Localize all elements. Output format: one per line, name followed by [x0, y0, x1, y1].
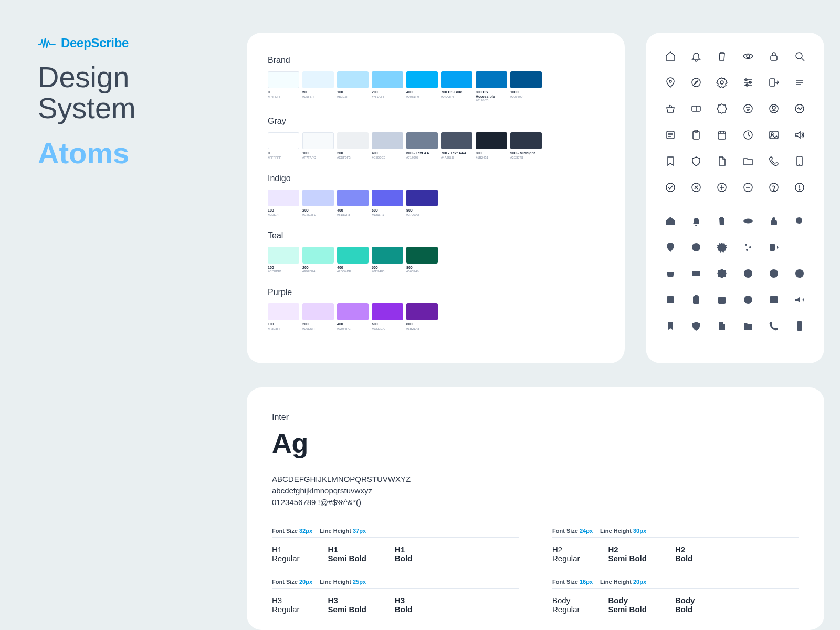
svg-rect-40 [770, 244, 775, 251]
basket-icon [665, 268, 676, 279]
image-icon [768, 294, 780, 306]
svg-rect-48 [695, 295, 698, 297]
logout-icon [768, 242, 780, 253]
swatch-hex: #C084FC [337, 327, 369, 330]
type-spec-row: Font Size 16pxLine Height 20px [552, 579, 799, 585]
swatch-label: 400 [337, 322, 369, 327]
settings-icon [716, 77, 728, 88]
swatch-label: 50 [302, 90, 334, 94]
swatch-hex: #C7D2FE [302, 213, 334, 216]
alphabet-sample: ABCDEFGHIJKLMNOPQRSTUVWXYZ abcdefghijklm… [272, 474, 799, 508]
svg-point-28 [773, 190, 774, 191]
swatch-label: 200 [302, 322, 334, 327]
swatch-hex: #0176C0 [476, 99, 507, 102]
swatch-hex: #2DD4BF [337, 270, 369, 273]
swatch-label: 600 [372, 266, 403, 270]
swatch-chip [268, 303, 299, 320]
swatch-chip [406, 247, 438, 264]
search-icon [794, 50, 805, 62]
swatch-chip [406, 71, 438, 88]
color-swatch: 900 - Midnight#2D3748 [510, 132, 542, 159]
color-section-brand: Brand0#F4FDFF50#E5F5FF100#B3E5FF200#7FD3… [268, 56, 604, 102]
font-sample: Ag [272, 427, 799, 459]
swatch-hex: #C6D0E0 [372, 156, 403, 159]
swatch-label: 100 [268, 208, 299, 213]
svg-rect-49 [718, 297, 726, 304]
font-family-label: Inter [272, 413, 799, 422]
trash-icon [716, 50, 728, 62]
swatch-label: 0 [268, 151, 299, 155]
compass-icon [690, 77, 702, 88]
color-section-title: Indigo [268, 174, 604, 183]
swatch-chip [441, 71, 472, 88]
type-weight-sample: BodyRegular [552, 596, 580, 614]
svg-point-4 [692, 78, 700, 87]
swatch-chip [406, 303, 438, 320]
sliders-icon [742, 77, 754, 88]
menu-icon [794, 77, 805, 88]
brand-wordmark: DeepScribe [61, 36, 129, 50]
bookmark-icon [665, 320, 676, 332]
color-swatch: 700 - Text AAA#4A5568 [441, 132, 472, 159]
user-circle-icon [768, 268, 780, 279]
typography-card: Inter Ag ABCDEFGHIJKLMNOPQRSTUVWXYZ abcd… [247, 387, 824, 630]
swatch-label: 100 [268, 322, 299, 327]
svg-rect-1 [771, 56, 777, 60]
header-block: DeepScribe DesignSystem Atoms [38, 36, 136, 168]
swatch-hex: #00B1F9 [406, 95, 438, 98]
x-circle-icon [690, 182, 702, 193]
eye-icon [742, 215, 754, 227]
type-weights-row: H3RegularH3Semi BoldH3Bold [272, 596, 519, 614]
basket-icon [665, 103, 676, 114]
swatch-hex: #4A5568 [441, 156, 472, 159]
color-swatch: 400#C084FC [337, 303, 369, 330]
svg-rect-9 [770, 79, 775, 86]
logout-icon [768, 77, 780, 88]
swatch-chip [510, 71, 542, 88]
volume-icon [794, 129, 805, 141]
color-swatch: 400#C6D0E0 [372, 132, 403, 159]
smartphone-icon [794, 320, 805, 332]
swatch-label: 200 [302, 266, 334, 270]
color-swatch: 600#9333EA [372, 303, 403, 330]
swatch-chip [476, 71, 507, 88]
color-section-title: Brand [268, 56, 604, 65]
color-swatch: 200#7FD3FF [372, 71, 403, 102]
color-swatch: 400#2DD4BF [337, 247, 369, 274]
swatch-hex: #005490 [510, 95, 542, 98]
ticket-icon [690, 268, 702, 279]
swatch-chip [337, 190, 369, 206]
type-weight-sample: H2Bold [675, 545, 692, 563]
pin-icon [665, 242, 676, 253]
folder-icon [742, 155, 754, 167]
svg-point-31 [747, 219, 750, 223]
swatch-label: 700 - Text AAA [441, 151, 472, 155]
svg-rect-47 [693, 296, 699, 304]
swatch-hex: #7FD3FF [372, 95, 403, 98]
swatch-label: 800 [476, 151, 507, 155]
swatch-hex: #718096 [406, 156, 438, 159]
help-circle-icon [768, 182, 780, 193]
type-weight-sample: H3Bold [395, 596, 412, 614]
swatch-hex: #EDE7FF [268, 213, 299, 216]
svg-point-2 [796, 52, 802, 59]
swatch-chip [302, 247, 334, 264]
color-swatch: 800#6B21A8 [406, 303, 438, 330]
bell-icon [690, 215, 702, 227]
color-swatch: 200#EDF0F3 [337, 132, 369, 159]
svg-point-0 [747, 55, 750, 58]
clipboard-icon [690, 129, 702, 141]
swatch-hex: #F4FDFF [268, 95, 299, 98]
swatch-label: 1000 [510, 90, 542, 94]
color-swatch: 100#F7FAFC [302, 132, 334, 159]
svg-rect-46 [667, 296, 674, 303]
bell-icon [690, 50, 702, 62]
clock-icon [742, 294, 754, 306]
swatch-label: 400 [337, 266, 369, 270]
note-icon [665, 129, 676, 141]
swatch-hex: #3730A3 [406, 213, 438, 216]
swatch-chip [337, 71, 369, 88]
swatch-chip [372, 71, 403, 88]
swatch-hex: #F7FAFC [302, 156, 334, 159]
activity-icon [794, 103, 805, 114]
